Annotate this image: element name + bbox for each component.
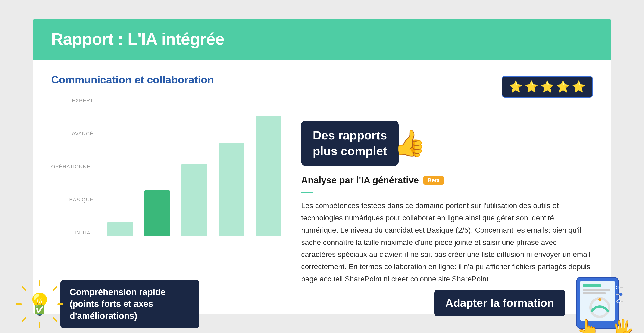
stars-widget: ⭐ ⭐ ⭐ ⭐ ⭐: [502, 76, 593, 98]
hand-pointing-icon: 🖐️: [611, 318, 634, 333]
star-5: ⭐: [572, 80, 586, 93]
svg-text:👆: 👆: [577, 318, 600, 333]
header-banner: Rapport : L'IA intégrée: [33, 18, 611, 60]
svg-point-20: [617, 300, 620, 303]
label-expert: EXPERT: [51, 98, 94, 104]
page-title: Rapport : L'IA intégrée: [51, 29, 593, 48]
analysis-header: Analyse par l'IA générative Beta: [301, 175, 593, 185]
check-icon: ✅: [34, 305, 45, 315]
content-area: Communication et collaboration EXPERT AV…: [33, 60, 611, 299]
svg-line-4: [22, 287, 26, 290]
right-panel: ⭐ ⭐ ⭐ ⭐ ⭐ Des rapports plus complet 👍: [301, 73, 593, 285]
star-2: ⭐: [524, 80, 538, 93]
beta-badge: Beta: [424, 176, 444, 185]
lightbulb-wrapper: 💡 ✅: [26, 292, 52, 316]
main-card: Rapport : L'IA intégrée Communication et…: [33, 18, 611, 315]
svg-line-5: [54, 287, 57, 290]
svg-rect-10: [583, 285, 601, 287]
svg-line-7: [54, 318, 57, 321]
analysis-divider: [301, 192, 313, 193]
svg-point-18: [619, 293, 622, 296]
adapt-bubble: Adapter la formation: [434, 290, 565, 316]
star-1: ⭐: [509, 80, 523, 93]
label-operationnel: OPÉRATIONNEL: [51, 164, 94, 170]
star-4: ⭐: [556, 80, 570, 93]
svg-rect-11: [583, 289, 610, 291]
analysis-title: Analyse par l'IA générative: [301, 175, 419, 185]
bar-operationnel: [182, 164, 207, 236]
svg-line-6: [22, 318, 26, 321]
svg-rect-12: [583, 292, 606, 294]
bottom-left-tooltip: 💡 ✅ Compréhension rapide(points forts et…: [19, 280, 199, 328]
bar-basique: [144, 190, 170, 236]
analysis-text: Les compétences testées dans ce domaine …: [301, 200, 593, 285]
star-3: ⭐: [540, 80, 554, 93]
tablet-icon: 👆 🖐️: [570, 273, 630, 333]
bar-avance: [218, 143, 244, 236]
page-wrapper: Rapport : L'IA intégrée Communication et…: [0, 0, 644, 333]
thumbs-up-icon: 👍: [394, 128, 426, 158]
chart-y-labels: EXPERT AVANCÉ OPÉRATIONNEL BASIQUE INITI…: [51, 98, 94, 236]
label-avance: AVANCÉ: [51, 131, 94, 137]
chart-section: Communication et collaboration EXPERT AV…: [51, 73, 283, 285]
bar-expert: [256, 116, 281, 236]
thumbs-up-bubble: Des rapports plus complet 👍: [301, 121, 593, 166]
bubble-text: Des rapports plus complet: [301, 121, 398, 166]
svg-point-14: [598, 298, 601, 301]
bottom-right-tooltip: Adapter la formation: [434, 273, 630, 333]
lightbulb-bubble: Compréhension rapide(points forts et axe…: [60, 280, 199, 328]
label-initial: INITIAL: [51, 230, 94, 236]
label-basique: BASIQUE: [51, 197, 94, 203]
svg-point-16: [616, 286, 620, 289]
chart-title: Communication et collaboration: [51, 73, 283, 86]
bar-initial: [108, 222, 133, 236]
